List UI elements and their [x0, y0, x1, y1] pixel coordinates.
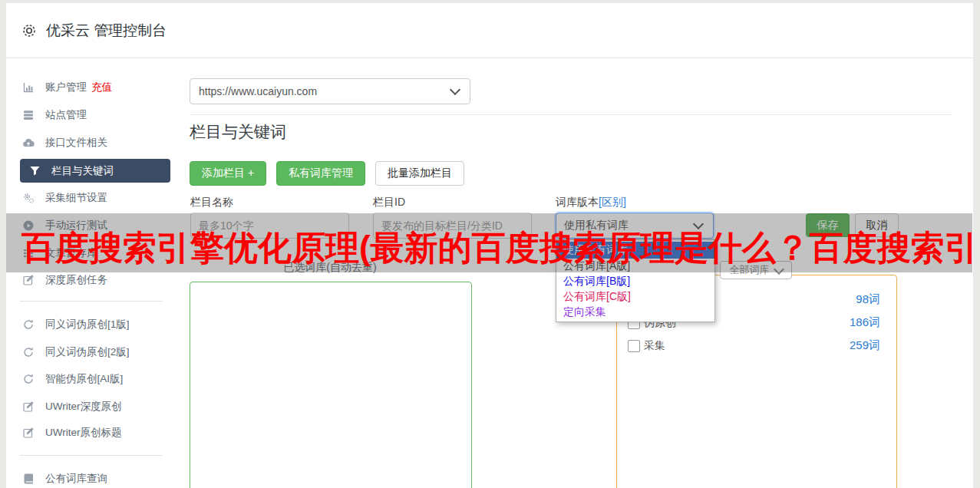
selected-thesaurus-panel: [190, 282, 472, 488]
gear-icon: [21, 23, 37, 38]
batch-add-button[interactable]: 批量添加栏目: [375, 161, 464, 186]
sidebar-item-synonym-2[interactable]: 同义词伪原创[2版]: [21, 341, 175, 363]
dropdown-option-public-c[interactable]: 公有词库[C版]: [556, 289, 714, 305]
sidebar-item-label: 账户管理: [45, 81, 87, 94]
word-count: 98词: [827, 292, 880, 307]
column-id-label: 栏目ID: [373, 196, 405, 209]
chevron-down-icon: [450, 84, 460, 95]
toolbar: 添加栏目 + 私有词库管理 批量添加栏目: [190, 161, 464, 186]
word-count: 186词: [827, 315, 880, 330]
sidebar-item-label: 站点管理: [45, 108, 87, 122]
section-divider: [190, 114, 952, 115]
recharge-link[interactable]: 充值: [91, 81, 112, 94]
version-diff-link[interactable]: [区别]: [599, 196, 626, 208]
add-column-button[interactable]: 添加栏目 +: [190, 161, 266, 186]
gears-icon: [21, 192, 35, 204]
sidebar-item-synonym-1[interactable]: 同义词伪原创[1版]: [21, 314, 175, 335]
server-icon: [21, 109, 35, 121]
site-url-select[interactable]: https://www.ucaiyun.com: [190, 78, 470, 104]
sidebar-item-public-thesaurus-query[interactable]: 公有词库查询: [21, 468, 175, 488]
app-title: 优采云 管理控制台: [46, 21, 167, 41]
sidebar-item-ai-rewrite[interactable]: 智能伪原创[AI版]: [21, 368, 175, 390]
edit-icon: [21, 427, 35, 439]
cloud-upload-icon: [21, 137, 35, 149]
site-url-value: https://www.ucaiyun.com: [199, 85, 317, 97]
sidebar-divider: [20, 301, 163, 302]
collect-label: 采集: [644, 339, 665, 353]
sidebar-item-label: UWriter深度原创: [45, 400, 122, 414]
book-icon: [21, 473, 35, 485]
sidebar-item-columns-keywords[interactable]: 栏目与关键词: [20, 159, 170, 183]
refresh-icon: [21, 318, 35, 331]
watermark-text: 百度搜索引擎优化原理(最新的百度搜索原理是什么？百度搜索引: [21, 215, 972, 271]
sidebar-item-sites[interactable]: 站点管理: [21, 104, 175, 126]
watermark-overlay: 百度搜索引擎优化原理(最新的百度搜索原理是什么？百度搜索引: [6, 213, 972, 272]
sidebar-item-label: 智能伪原创[AI版]: [45, 372, 123, 386]
app-header: 优采云 管理控制台: [6, 3, 973, 58]
sidebar-item-label: 同义词伪原创[2版]: [45, 345, 130, 359]
filter-icon: [28, 165, 41, 176]
sidebar-item-deep-original-task[interactable]: 深度原创任务: [21, 269, 175, 291]
page-title: 栏目与关键词: [190, 121, 286, 143]
sidebar-item-interface-files[interactable]: 接口文件相关: [21, 132, 175, 153]
app-window: 优采云 管理控制台 账户管理 充值 站点管理 接口文件相关 栏目与关键词 采集细…: [0, 0, 980, 488]
sidebar-item-label: 接口文件相关: [45, 136, 107, 150]
sidebar-item-label: UWriter原创标题: [45, 426, 122, 440]
sidebar-divider: [20, 455, 163, 456]
thesaurus-version-label: 词库版本[区别]: [556, 196, 626, 209]
sidebar-item-label: 栏目与关键词: [51, 164, 114, 178]
sidebar-item-collect-settings[interactable]: 采集细节设置: [21, 187, 175, 209]
sidebar-item-label: 同义词伪原创[1版]: [45, 318, 130, 331]
dropdown-option-public-b[interactable]: 公有词库[B版]: [556, 274, 714, 289]
collect-checkbox[interactable]: [628, 340, 640, 352]
bar-chart-icon: [21, 81, 35, 94]
private-thesaurus-button[interactable]: 私有词库管理: [276, 161, 365, 186]
refresh-icon: [21, 373, 35, 385]
word-count: 259词: [827, 338, 880, 353]
edit-icon: [21, 401, 35, 413]
column-name-label: 栏目名称: [190, 196, 233, 209]
dropdown-option-directed-collect[interactable]: 定向采集: [556, 305, 714, 320]
sidebar-item-label: 深度原创任务: [45, 273, 107, 287]
sidebar-item-uwriter-deep[interactable]: UWriter深度原创: [21, 396, 175, 417]
refresh-icon: [21, 346, 35, 358]
sidebar-item-label: 采集细节设置: [45, 191, 107, 205]
sidebar-item-account[interactable]: 账户管理 充值: [21, 77, 175, 98]
sidebar-item-uwriter-title[interactable]: UWriter原创标题: [21, 422, 175, 443]
sidebar-item-label: 公有词库查询: [45, 472, 107, 486]
edit-icon: [21, 274, 35, 286]
